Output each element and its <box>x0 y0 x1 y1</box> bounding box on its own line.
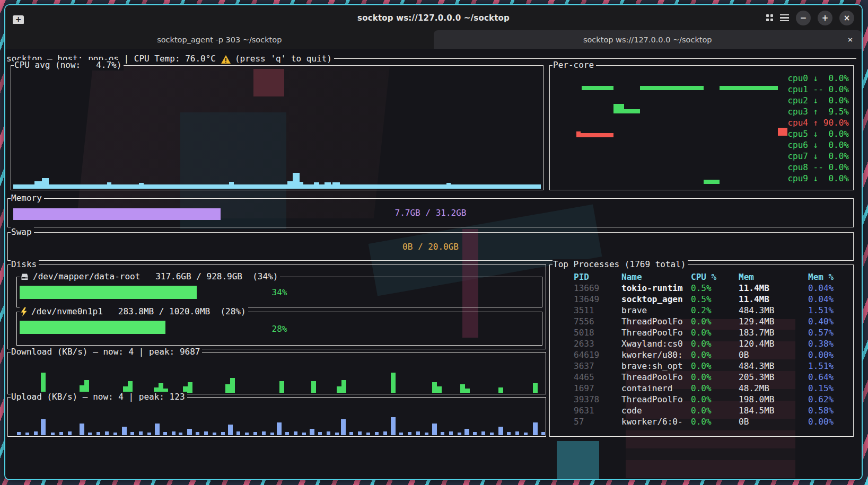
process-cell: ThreadPoolFo <box>621 372 691 383</box>
download-bar <box>84 380 89 393</box>
process-cell: ThreadPoolFo <box>621 316 691 327</box>
process-cell: 184.5MB <box>739 405 808 416</box>
process-cell: 0.38% <box>808 338 850 349</box>
upload-base-bar <box>204 431 208 435</box>
upload-base-bar <box>262 431 266 435</box>
process-row: 4465ThreadPoolFo0.0%205.3MB0.64% <box>574 372 850 383</box>
process-cell: 0.0% <box>691 316 739 327</box>
upload-base-bar <box>515 431 519 435</box>
download-sparkline <box>8 353 545 393</box>
process-cell: 11.4MB <box>739 283 808 294</box>
process-cell: 1.51% <box>808 360 850 372</box>
download-bar <box>460 384 465 393</box>
core-row: cpu9 ↓ 0.0% <box>787 173 849 184</box>
cpu-spark-bar <box>314 182 319 189</box>
process-rows: 13669tokio-runtim0.5%11.4MB0.04%13649soc… <box>574 283 850 427</box>
process-cell: 129.4MB <box>739 316 808 327</box>
process-row: 7556ThreadPoolFo0.0%129.4MB0.40% <box>574 316 850 327</box>
upload-spike-bar <box>187 429 192 435</box>
header-rule <box>334 58 856 59</box>
tab-close-icon[interactable]: × <box>847 36 853 43</box>
download-bar <box>341 380 346 393</box>
core-row: cpu1 -- 0.0% <box>787 84 849 95</box>
process-cell: 0.00% <box>808 416 850 427</box>
download-bar <box>498 387 503 393</box>
download-bar <box>337 386 341 393</box>
tab-socktop-agent[interactable]: socktop_agent -p 303 ~/socktop <box>5 30 434 49</box>
core-row: cpu2 ↓ 0.0% <box>787 95 849 106</box>
upload-base-bar <box>458 433 461 435</box>
upload-base-bar <box>425 433 428 435</box>
download-bar <box>128 381 133 393</box>
process-cell: ThreadPoolFo <box>621 327 691 338</box>
upload-base-bar <box>366 433 370 435</box>
hamburger-menu-icon[interactable] <box>780 14 789 21</box>
process-row: 9631code0.0%184.5MB0.58% <box>574 405 850 416</box>
memory-usage-label: 7.7GB / 31.2GB <box>8 199 853 227</box>
minimize-button[interactable]: − <box>796 11 811 25</box>
core-row: cpu3 ↑ 9.5% <box>787 106 849 117</box>
cpu-spark-bar <box>42 178 49 189</box>
core-row: cpu0 ↓ 0.0% <box>787 73 849 84</box>
upload-panel: Upload (KB/s) — now: 4 | peak: 123 <box>7 397 546 437</box>
core-spark-segment <box>576 133 613 137</box>
process-row: 3637brave:sh_opt0.0%484.3MB1.51% <box>574 360 850 372</box>
process-cell: 7556 <box>574 316 621 327</box>
download-bar <box>311 381 316 393</box>
upload-spike-bar <box>155 424 160 435</box>
cpu-spark-bar <box>34 181 42 189</box>
core-spark-segment <box>778 128 787 136</box>
upload-base-bar <box>17 432 21 435</box>
layout-grid-icon[interactable] <box>766 14 773 21</box>
process-cell: 0.40% <box>808 316 850 327</box>
upload-base-bar <box>34 431 38 435</box>
upload-base-bar <box>399 433 403 435</box>
terminal-window: + socktop ws://127.0.0.0 ~/socktop − + ×… <box>4 4 863 480</box>
upload-base-bar <box>318 432 322 435</box>
cpu-spark-bar <box>293 173 300 189</box>
process-cell: 120.4MB <box>739 338 808 349</box>
window-title: socktop ws://127.0.0.0 ~/socktop <box>5 13 862 23</box>
upload-base-bar <box>358 431 362 435</box>
download-bar <box>225 384 230 393</box>
process-cell: 205.3MB <box>739 372 808 383</box>
core-row: cpu8 -- 0.0% <box>787 162 849 173</box>
process-cell: kworker/6:0- <box>621 416 691 427</box>
col-pid: PID <box>574 271 621 283</box>
cpu-spark-bar <box>446 183 451 189</box>
core-spark-segment <box>704 180 720 184</box>
upload-base-bar <box>302 433 306 435</box>
app-header: socktop — host: pop-os | CPU Temp: 76.0°… <box>6 54 856 64</box>
process-cell: brave:sh_opt <box>621 360 691 372</box>
cpu-spark-bar <box>325 182 331 189</box>
process-cell: 0B <box>739 416 808 427</box>
upload-base-bar <box>294 431 297 435</box>
process-cell: 0.0% <box>691 372 739 383</box>
upload-spike-bar <box>310 429 314 435</box>
process-row: 13649socktop_agen0.5%11.4MB0.04% <box>574 294 850 305</box>
process-cell: 198.0MB <box>739 394 808 405</box>
new-tab-button[interactable]: + <box>13 12 27 24</box>
window-titlebar: + socktop ws://127.0.0.0 ~/socktop − + × <box>5 5 862 30</box>
core-row: cpu7 ↓ 0.0% <box>787 151 849 162</box>
tab-socktop-client[interactable]: socktop ws://127.0.0.0 ~/socktop × <box>434 30 862 49</box>
process-cell: 0.0% <box>691 394 739 405</box>
process-cell: 484.3MB <box>739 360 808 372</box>
process-cell: 0.62% <box>808 394 850 405</box>
process-cell: 57 <box>574 416 621 427</box>
upload-base-bar <box>105 431 109 435</box>
close-button[interactable]: × <box>839 11 854 25</box>
process-cell: ThreadPoolFo <box>621 394 691 405</box>
upload-base-bar <box>441 432 444 435</box>
upload-base-bar <box>408 432 411 435</box>
process-cell: 3637 <box>574 360 621 372</box>
upload-base-bar <box>51 433 55 435</box>
tab-bar: socktop_agent -p 303 ~/socktop socktop w… <box>5 30 862 49</box>
process-cell: 0.64% <box>808 372 850 383</box>
upload-base-bar <box>139 431 143 435</box>
process-cell: 0.0% <box>691 327 739 338</box>
process-cell: 0.0% <box>691 360 739 372</box>
process-cell: 13669 <box>574 283 621 294</box>
maximize-button[interactable]: + <box>818 11 832 25</box>
upload-base-bar <box>524 433 528 435</box>
